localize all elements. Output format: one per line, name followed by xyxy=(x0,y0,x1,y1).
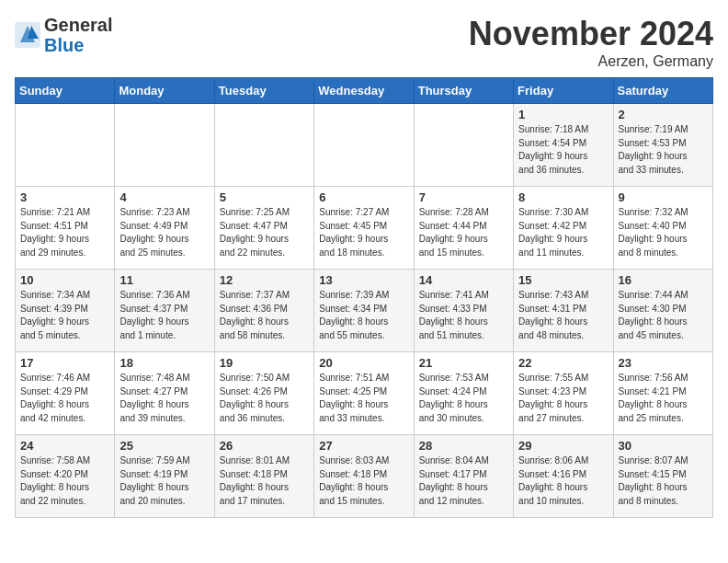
day-number: 10 xyxy=(20,273,109,287)
day-number: 5 xyxy=(220,190,309,204)
week-row-3: 17Sunrise: 7:46 AM Sunset: 4:29 PM Dayli… xyxy=(16,352,713,435)
calendar-table: SundayMondayTuesdayWednesdayThursdayFrid… xyxy=(15,77,713,518)
logo-text: General Blue xyxy=(44,15,112,55)
day-info: Sunrise: 7:39 AM Sunset: 4:34 PM Dayligh… xyxy=(319,289,408,342)
day-number: 20 xyxy=(319,356,408,370)
day-number: 1 xyxy=(518,108,608,121)
calendar-cell: 20Sunrise: 7:51 AM Sunset: 4:25 PM Dayli… xyxy=(314,352,414,435)
day-info: Sunrise: 7:43 AM Sunset: 4:31 PM Dayligh… xyxy=(518,289,608,342)
weekday-header-wednesday: Wednesday xyxy=(314,78,414,104)
day-number: 9 xyxy=(619,190,708,204)
day-info: Sunrise: 7:25 AM Sunset: 4:47 PM Dayligh… xyxy=(220,206,309,259)
day-number: 4 xyxy=(119,190,209,204)
day-number: 28 xyxy=(419,439,508,453)
day-info: Sunrise: 8:07 AM Sunset: 4:15 PM Dayligh… xyxy=(619,454,708,508)
day-number: 18 xyxy=(119,356,209,370)
day-info: Sunrise: 7:56 AM Sunset: 4:21 PM Dayligh… xyxy=(619,372,708,425)
day-number: 26 xyxy=(220,439,309,453)
day-info: Sunrise: 7:18 AM Sunset: 4:54 PM Dayligh… xyxy=(518,123,608,177)
location: Aerzen, Germany xyxy=(469,53,713,70)
calendar-cell: 11Sunrise: 7:36 AM Sunset: 4:37 PM Dayli… xyxy=(115,270,214,352)
weekday-header-thursday: Thursday xyxy=(414,78,513,104)
calendar-cell: 29Sunrise: 8:06 AM Sunset: 4:16 PM Dayli… xyxy=(514,435,613,518)
week-row-2: 10Sunrise: 7:34 AM Sunset: 4:39 PM Dayli… xyxy=(16,270,713,352)
calendar-cell: 26Sunrise: 8:01 AM Sunset: 4:18 PM Dayli… xyxy=(214,435,313,518)
day-info: Sunrise: 7:46 AM Sunset: 4:29 PM Dayligh… xyxy=(20,372,109,425)
day-number: 19 xyxy=(220,356,309,370)
day-info: Sunrise: 7:41 AM Sunset: 4:33 PM Dayligh… xyxy=(419,289,508,342)
calendar-cell: 12Sunrise: 7:37 AM Sunset: 4:36 PM Dayli… xyxy=(214,270,313,352)
week-row-1: 3Sunrise: 7:21 AM Sunset: 4:51 PM Daylig… xyxy=(16,187,713,270)
calendar-cell: 14Sunrise: 7:41 AM Sunset: 4:33 PM Dayli… xyxy=(414,270,513,352)
weekday-header-tuesday: Tuesday xyxy=(214,78,313,104)
logo-blue: Blue xyxy=(44,35,84,55)
day-info: Sunrise: 7:32 AM Sunset: 4:40 PM Dayligh… xyxy=(619,206,708,259)
day-info: Sunrise: 7:36 AM Sunset: 4:37 PM Dayligh… xyxy=(119,289,209,342)
day-number: 29 xyxy=(518,439,608,453)
day-number: 7 xyxy=(419,190,508,204)
day-info: Sunrise: 8:04 AM Sunset: 4:17 PM Dayligh… xyxy=(419,454,508,508)
calendar-cell: 1Sunrise: 7:18 AM Sunset: 4:54 PM Daylig… xyxy=(514,104,613,187)
day-number: 22 xyxy=(518,356,608,370)
day-info: Sunrise: 7:28 AM Sunset: 4:44 PM Dayligh… xyxy=(419,206,508,259)
calendar-cell: 18Sunrise: 7:48 AM Sunset: 4:27 PM Dayli… xyxy=(115,352,214,435)
calendar-cell: 6Sunrise: 7:27 AM Sunset: 4:45 PM Daylig… xyxy=(314,187,414,270)
day-number: 3 xyxy=(20,190,109,204)
day-number: 16 xyxy=(619,273,708,287)
calendar-cell xyxy=(414,104,513,187)
day-info: Sunrise: 7:48 AM Sunset: 4:27 PM Dayligh… xyxy=(119,372,209,425)
calendar-cell: 28Sunrise: 8:04 AM Sunset: 4:17 PM Dayli… xyxy=(414,435,513,518)
day-info: Sunrise: 7:30 AM Sunset: 4:42 PM Dayligh… xyxy=(518,206,608,259)
day-number: 23 xyxy=(619,356,708,370)
day-info: Sunrise: 7:55 AM Sunset: 4:23 PM Dayligh… xyxy=(518,372,608,425)
day-number: 17 xyxy=(20,356,109,370)
calendar-cell xyxy=(314,104,414,187)
calendar-cell xyxy=(115,104,214,187)
week-row-0: 1Sunrise: 7:18 AM Sunset: 4:54 PM Daylig… xyxy=(16,104,713,187)
day-number: 6 xyxy=(319,190,408,204)
day-number: 30 xyxy=(619,439,708,453)
calendar-cell: 25Sunrise: 7:59 AM Sunset: 4:19 PM Dayli… xyxy=(115,435,214,518)
day-number: 8 xyxy=(518,190,608,204)
day-info: Sunrise: 7:58 AM Sunset: 4:20 PM Dayligh… xyxy=(20,454,109,508)
day-number: 27 xyxy=(319,439,408,453)
day-info: Sunrise: 7:37 AM Sunset: 4:36 PM Dayligh… xyxy=(220,289,309,342)
month-title: November 2024 xyxy=(469,15,713,53)
logo-icon xyxy=(15,22,40,48)
day-info: Sunrise: 7:34 AM Sunset: 4:39 PM Dayligh… xyxy=(20,289,109,342)
calendar-cell: 13Sunrise: 7:39 AM Sunset: 4:34 PM Dayli… xyxy=(314,270,414,352)
calendar-cell: 19Sunrise: 7:50 AM Sunset: 4:26 PM Dayli… xyxy=(214,352,313,435)
day-info: Sunrise: 7:19 AM Sunset: 4:53 PM Dayligh… xyxy=(619,123,708,177)
calendar-cell: 23Sunrise: 7:56 AM Sunset: 4:21 PM Dayli… xyxy=(613,352,712,435)
day-info: Sunrise: 8:03 AM Sunset: 4:18 PM Dayligh… xyxy=(319,454,408,508)
calendar-cell xyxy=(16,104,115,187)
calendar-cell: 8Sunrise: 7:30 AM Sunset: 4:42 PM Daylig… xyxy=(514,187,613,270)
logo-general: General xyxy=(44,15,112,35)
calendar-cell: 15Sunrise: 7:43 AM Sunset: 4:31 PM Dayli… xyxy=(514,270,613,352)
calendar-cell: 4Sunrise: 7:23 AM Sunset: 4:49 PM Daylig… xyxy=(115,187,214,270)
day-info: Sunrise: 7:23 AM Sunset: 4:49 PM Dayligh… xyxy=(119,206,209,259)
day-number: 12 xyxy=(220,273,309,287)
day-number: 14 xyxy=(419,273,508,287)
weekday-header-friday: Friday xyxy=(514,78,613,104)
calendar-cell: 17Sunrise: 7:46 AM Sunset: 4:29 PM Dayli… xyxy=(16,352,115,435)
calendar-cell: 5Sunrise: 7:25 AM Sunset: 4:47 PM Daylig… xyxy=(214,187,313,270)
calendar-cell: 16Sunrise: 7:44 AM Sunset: 4:30 PM Dayli… xyxy=(613,270,712,352)
day-number: 2 xyxy=(619,108,708,121)
day-info: Sunrise: 7:53 AM Sunset: 4:24 PM Dayligh… xyxy=(419,372,508,425)
week-row-4: 24Sunrise: 7:58 AM Sunset: 4:20 PM Dayli… xyxy=(16,435,713,518)
day-info: Sunrise: 7:51 AM Sunset: 4:25 PM Dayligh… xyxy=(319,372,408,425)
day-info: Sunrise: 7:27 AM Sunset: 4:45 PM Dayligh… xyxy=(319,206,408,259)
day-number: 15 xyxy=(518,273,608,287)
weekday-header-saturday: Saturday xyxy=(613,78,712,104)
calendar-cell: 2Sunrise: 7:19 AM Sunset: 4:53 PM Daylig… xyxy=(613,104,712,187)
day-number: 25 xyxy=(119,439,209,453)
day-info: Sunrise: 8:01 AM Sunset: 4:18 PM Dayligh… xyxy=(220,454,309,508)
day-info: Sunrise: 8:06 AM Sunset: 4:16 PM Dayligh… xyxy=(518,454,608,508)
calendar-cell: 3Sunrise: 7:21 AM Sunset: 4:51 PM Daylig… xyxy=(16,187,115,270)
calendar-cell: 30Sunrise: 8:07 AM Sunset: 4:15 PM Dayli… xyxy=(613,435,712,518)
day-number: 11 xyxy=(119,273,209,287)
weekday-header-sunday: Sunday xyxy=(16,78,115,104)
calendar-cell xyxy=(214,104,313,187)
page-header: General Blue November 2024 Aerzen, Germa… xyxy=(15,15,713,70)
